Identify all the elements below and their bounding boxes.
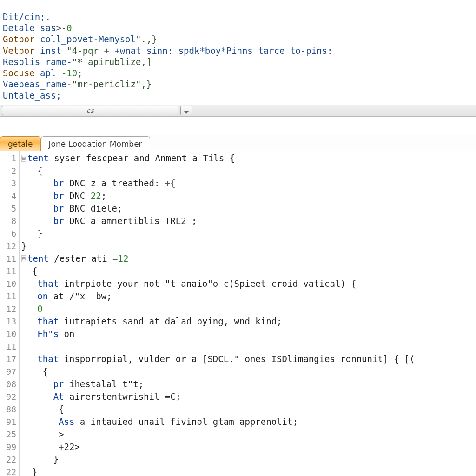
line-number: 22 bbox=[0, 453, 19, 466]
code-line: } bbox=[21, 240, 476, 252]
code-line: ⊟tent syser fescpear and Anment a Tils { bbox=[21, 152, 476, 165]
code-line: { bbox=[21, 403, 476, 416]
line-number: 5 bbox=[0, 202, 19, 215]
editor-toolbar: cs bbox=[0, 105, 476, 117]
line-number: 1 bbox=[0, 152, 19, 165]
code-line bbox=[21, 340, 476, 353]
editor-tabstrip: getale Jone Loodation Momber bbox=[0, 134, 476, 151]
code-line: { bbox=[21, 365, 476, 378]
code-line: br BNC diele; bbox=[21, 202, 476, 215]
code-line: pr ihestalal t"t; bbox=[21, 378, 476, 390]
code-line: br DNC a amnertiblis_TRL2 ; bbox=[21, 215, 476, 227]
code-line: } bbox=[21, 453, 476, 466]
line-number: 12 bbox=[0, 240, 19, 252]
line-number: 08 bbox=[0, 378, 19, 390]
line-number: 2 bbox=[0, 165, 19, 177]
tab-label: Jone Loodation Momber bbox=[49, 139, 142, 149]
line-number: 11 bbox=[0, 290, 19, 303]
line-number: 6 bbox=[0, 227, 19, 240]
line-number: 99 bbox=[0, 441, 19, 453]
breadcrumb-field[interactable]: cs bbox=[2, 106, 178, 115]
tab-getale[interactable]: getale bbox=[0, 136, 41, 151]
tab-loodation-momber[interactable]: Jone Loodation Momber bbox=[41, 136, 150, 151]
code-line: Vetpor inst "4-pqr + +wnat sinn: spdk*bo… bbox=[3, 46, 332, 56]
breadcrumb-dropdown-button[interactable] bbox=[180, 106, 192, 115]
line-number: 92 bbox=[0, 390, 19, 403]
line-number: 17 bbox=[0, 353, 19, 365]
code-line: > bbox=[21, 428, 476, 441]
fold-minus-icon[interactable]: ⊟ bbox=[21, 255, 26, 262]
code-line: Gotpor coll_povet-Memysol".,} bbox=[3, 34, 157, 44]
line-number: 10 bbox=[0, 328, 19, 340]
code-area[interactable]: ⊟tent syser fescpear and Anment a Tils {… bbox=[20, 151, 476, 476]
code-line: Socuse apl -10; bbox=[3, 68, 83, 78]
line-number: 8 bbox=[0, 215, 19, 227]
fold-minus-icon[interactable]: ⊟ bbox=[21, 155, 26, 162]
code-line: At airerstentwrishil =C; bbox=[21, 390, 476, 403]
line-number-gutter: 1 2 3 4 5 8 6 12 11 11 10 11 12 13 10 11… bbox=[0, 151, 20, 476]
code-line: Detale_sas>-0 bbox=[3, 23, 72, 33]
code-line: { bbox=[21, 165, 476, 177]
code-line: +22> bbox=[21, 441, 476, 453]
top-code-panel: Dit/cin;. Detale_sas>-0 Gotpor coll_pove… bbox=[0, 0, 476, 105]
code-line: Ass a intauied unail fivinol gtam appren… bbox=[21, 416, 476, 428]
line-number: 22 bbox=[0, 466, 19, 476]
line-number: 4 bbox=[0, 190, 19, 202]
code-line: } bbox=[21, 227, 476, 240]
line-number: 11 bbox=[0, 265, 19, 278]
line-number: 91 bbox=[0, 416, 19, 428]
code-line: { bbox=[21, 265, 476, 278]
code-line: Resplis_rame-"* apirublize,] bbox=[3, 57, 152, 67]
line-number: 11 bbox=[0, 252, 19, 265]
code-editor[interactable]: 1 2 3 4 5 8 6 12 11 11 10 11 12 13 10 11… bbox=[0, 151, 476, 476]
code-line: } bbox=[21, 466, 476, 476]
code-line: ⊟tent /ester ati =12 bbox=[21, 252, 476, 265]
code-line: that insporropial, vulder or a [SDCL." o… bbox=[21, 353, 476, 365]
line-number: 12 bbox=[0, 303, 19, 315]
code-line: br DNC 22; bbox=[21, 190, 476, 202]
line-number: 11 bbox=[0, 340, 19, 353]
code-line: that intrpiote your not "t anaio"o c(Spi… bbox=[21, 278, 476, 290]
code-line: Dit/cin;. bbox=[3, 12, 51, 22]
breadcrumb-field-label: cs bbox=[86, 107, 94, 114]
line-number: 97 bbox=[0, 365, 19, 378]
line-number: 25 bbox=[0, 428, 19, 441]
code-line: that iutrapiets sand at dalad bying, wnd… bbox=[21, 315, 476, 328]
code-line: 0 bbox=[21, 303, 476, 315]
code-line: on at /"x bw; bbox=[21, 290, 476, 303]
code-line: Vaepeas_rame-"mr-pericliz",} bbox=[3, 79, 152, 89]
chevron-down-icon bbox=[184, 106, 189, 116]
line-number: 3 bbox=[0, 177, 19, 190]
code-line: Fh"s on bbox=[21, 328, 476, 340]
line-number: 10 bbox=[0, 278, 19, 290]
tab-label: getale bbox=[8, 139, 33, 149]
code-line: Untale_ass; bbox=[3, 90, 61, 100]
code-line: br DNC z a treathed: +{ bbox=[21, 177, 476, 190]
line-number: 13 bbox=[0, 315, 19, 328]
line-number: 88 bbox=[0, 403, 19, 416]
